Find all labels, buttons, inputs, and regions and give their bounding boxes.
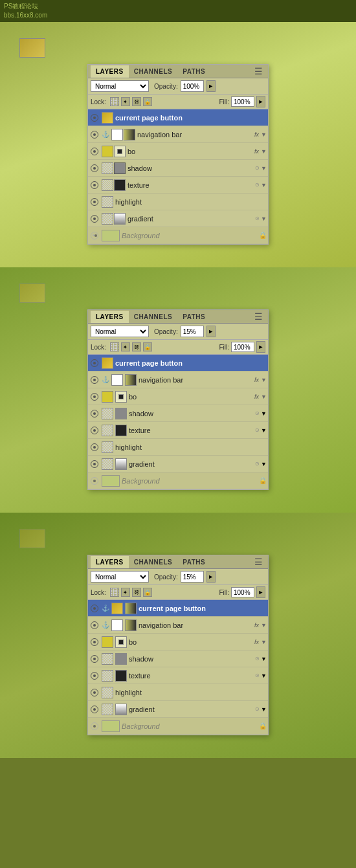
thumb-1-6: [102, 196, 113, 208]
eye-icon-3-5[interactable]: [89, 671, 100, 681]
tab-channels-1[interactable]: CHANNELS: [129, 65, 178, 78]
layer-row-current-page-button-1[interactable]: current page button: [88, 109, 268, 126]
opacity-arrow-2[interactable]: ►: [206, 326, 216, 337]
panel-menu-icon-1[interactable]: ☰: [252, 65, 265, 78]
arrow-r-2-7: ▼: [261, 461, 267, 467]
layer-row-background-3[interactable]: Background 🔒: [88, 718, 268, 735]
lock-checker-3[interactable]: [110, 588, 119, 597]
opacity-arrow-3[interactable]: ►: [206, 571, 216, 583]
eye-icon-1-8[interactable]: [89, 230, 100, 241]
layer-row-nav-bar-1[interactable]: ⚓ navigation bar fx ▼: [88, 126, 268, 143]
layer-row-shadow-3[interactable]: shadow ⊙ ▼: [88, 651, 268, 667]
eye-icon-3-6[interactable]: [89, 687, 100, 698]
tab-channels-2[interactable]: CHANNELS: [129, 311, 178, 323]
layer-row-gradient-2[interactable]: gradient ⊙ ▼: [88, 456, 268, 473]
layer-row-texture-2[interactable]: texture ⊙ ▼: [88, 422, 268, 439]
tab-layers-1[interactable]: LAYERS: [91, 65, 129, 78]
eye-icon-1-4[interactable]: [89, 163, 100, 173]
eye-icon-1-5[interactable]: [89, 180, 100, 190]
eye-icon-2-3[interactable]: [89, 392, 100, 402]
eye-icon-3-2[interactable]: [89, 620, 100, 630]
fill-arrow-3[interactable]: ►: [256, 586, 265, 598]
arrow-r-3-7: ▼: [261, 706, 267, 713]
eye-icon-3-8[interactable]: [89, 721, 100, 731]
layer-row-current-page-button-2[interactable]: current page button: [88, 355, 268, 372]
tab-paths-2[interactable]: PATHS: [177, 311, 210, 323]
eye-icon-2-6[interactable]: [89, 442, 100, 452]
eye-icon-1-3[interactable]: [89, 146, 100, 157]
fill-input-1[interactable]: [231, 96, 254, 107]
layer-row-texture-3[interactable]: texture ⊙ ▼: [88, 667, 268, 684]
thumb-3-5b: [115, 670, 127, 682]
link-icon-3-2: ⚓: [102, 621, 109, 629]
lock-all-2[interactable]: 🔒: [143, 342, 152, 351]
layer-row-texture-1[interactable]: texture ⊙ ▼: [88, 177, 268, 194]
lock-all-3[interactable]: 🔒: [143, 588, 152, 597]
layer-row-nav-bar-3[interactable]: ⚓ navigation bar fx ▼: [88, 617, 268, 634]
blend-row-2: Normal Multiply Opacity: ►: [88, 324, 268, 340]
tab-layers-3[interactable]: LAYERS: [91, 556, 129, 568]
eye-icon-2-8[interactable]: [89, 476, 100, 486]
eye-icon-2-1[interactable]: [89, 358, 100, 368]
layer-row-background-2[interactable]: Background 🔒: [88, 473, 268, 489]
tab-paths-3[interactable]: PATHS: [177, 556, 210, 568]
thumb-3-4a: [102, 653, 113, 665]
thumb-1-8: [102, 230, 120, 241]
layer-row-highlight-3[interactable]: highlight: [88, 684, 268, 701]
panel-menu-icon-2[interactable]: ☰: [252, 310, 265, 323]
opacity-input-2[interactable]: [181, 326, 204, 337]
layer-row-gradient-1[interactable]: gradient ⊙ ▼: [88, 210, 268, 227]
layer-row-gradient-3[interactable]: gradient ⊙ ▼: [88, 701, 268, 718]
eye-icon-3-7[interactable]: [89, 704, 100, 715]
layer-row-nav-bar-2[interactable]: ⚓ navigation bar fx ▼: [88, 372, 268, 388]
right-icons-3-4: ⊙ ▼: [255, 656, 267, 662]
lock-move-3[interactable]: ✦: [121, 588, 130, 597]
eye-icon-1-7[interactable]: [89, 214, 100, 224]
lock-move-1[interactable]: ✦: [121, 97, 130, 106]
eye-icon-1-1[interactable]: [89, 113, 100, 123]
layer-name-2-6: highlight: [115, 443, 267, 451]
eye-icon-2-4[interactable]: [89, 408, 100, 419]
lock-link-2[interactable]: ⛓: [132, 342, 141, 351]
lock-move-2[interactable]: ✦: [121, 342, 130, 351]
fill-arrow-1[interactable]: ►: [256, 96, 265, 107]
eye-icon-2-5[interactable]: [89, 425, 100, 436]
layer-row-bo-3[interactable]: bo fx ▼: [88, 634, 268, 651]
layer-row-shadow-1[interactable]: shadow ⊙ ▼: [88, 160, 268, 177]
layer-row-shadow-2[interactable]: shadow ⊙ ▼: [88, 405, 268, 422]
opacity-arrow-1[interactable]: ►: [206, 80, 216, 92]
eye-icon-3-3[interactable]: [89, 637, 100, 647]
fill-input-2[interactable]: [231, 342, 254, 352]
layer-row-highlight-2[interactable]: highlight: [88, 439, 268, 456]
lock-checker-1[interactable]: [110, 97, 119, 106]
blend-mode-select-2[interactable]: Normal Multiply: [91, 326, 149, 337]
blend-mode-select-1[interactable]: Normal Multiply Screen: [91, 80, 149, 92]
eye-icon-1-6[interactable]: [89, 197, 100, 207]
eye-icon-3-1[interactable]: [89, 603, 100, 614]
blend-mode-select-3[interactable]: Normal Multiply: [91, 571, 149, 583]
lock-all-1[interactable]: 🔒: [143, 97, 152, 106]
layer-row-background-1[interactable]: Background 🔒: [88, 227, 268, 244]
tab-paths-1[interactable]: PATHS: [177, 65, 210, 78]
opacity-input-3[interactable]: [181, 571, 204, 583]
layer-row-bo-1[interactable]: bo fx ▼: [88, 143, 268, 160]
fill-arrow-2[interactable]: ►: [256, 341, 265, 353]
layer-row-highlight-1[interactable]: highlight: [88, 194, 268, 210]
tab-channels-3[interactable]: CHANNELS: [129, 556, 178, 568]
lock-checker-2[interactable]: [110, 342, 119, 351]
layers-panel-1: LAYERS CHANNELS PATHS ☰ Normal Multiply …: [87, 64, 269, 245]
layer-row-bo-2[interactable]: bo fx ▼: [88, 388, 268, 405]
eye-icon-1-2[interactable]: [89, 129, 100, 140]
opacity-input-1[interactable]: [181, 80, 204, 92]
layer-row-current-page-button-3[interactable]: ⚓ current page button: [88, 600, 268, 617]
eye-icon-2-7[interactable]: [89, 459, 100, 469]
lock-link-3[interactable]: ⛓: [132, 588, 141, 597]
lock-link-1[interactable]: ⛓: [132, 97, 141, 106]
eye-icon-2-2[interactable]: [89, 375, 100, 385]
tab-layers-2[interactable]: LAYERS: [91, 311, 129, 323]
panel-menu-icon-3[interactable]: ☰: [252, 555, 265, 568]
thumb-2-5a: [102, 425, 113, 436]
fill-input-3[interactable]: [231, 587, 254, 597]
eye-icon-3-4[interactable]: [89, 654, 100, 664]
layer-name-3-3: bo: [129, 638, 252, 646]
